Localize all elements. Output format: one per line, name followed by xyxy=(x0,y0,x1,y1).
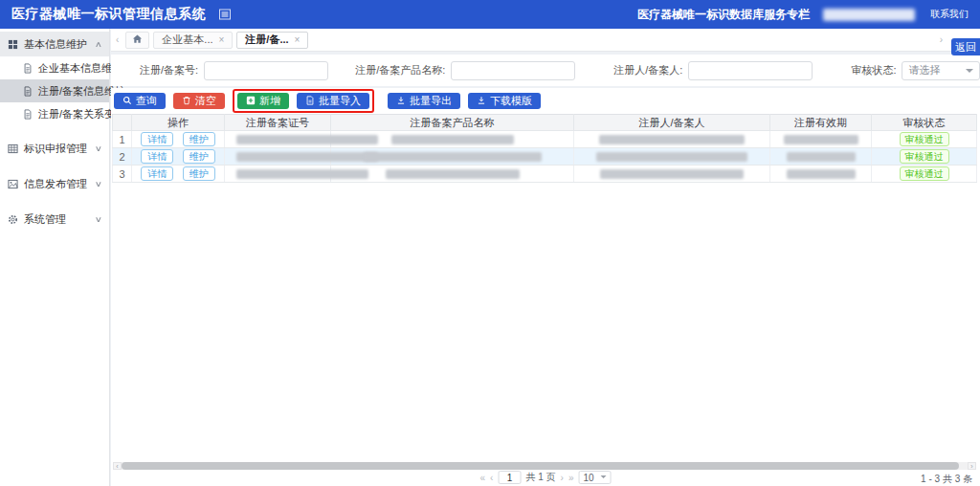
maintain-button[interactable]: 维护 xyxy=(183,132,215,146)
status-badge: 审核通过 xyxy=(900,132,949,146)
redacted-text xyxy=(596,152,747,162)
batch-import-button[interactable]: 批量导入 xyxy=(297,93,369,109)
plus-square-icon xyxy=(246,96,256,105)
query-button[interactable]: 查询 xyxy=(114,93,166,109)
table-row: 2 详情 维护 xyxy=(113,148,977,166)
sidebar: 基本信息维护 ∧ 企业基本信息维护 注册/备案信息维护 xyxy=(0,29,110,486)
total-pages-label: 共 1 页 xyxy=(525,471,555,484)
prev-page-icon[interactable]: ‹ xyxy=(490,473,493,483)
add-button[interactable]: 新增 xyxy=(237,93,289,109)
table-icon xyxy=(8,144,18,154)
row-operations: 详情 维护 xyxy=(132,148,225,166)
redacted-text xyxy=(599,135,745,144)
batch-export-button[interactable]: 批量导出 xyxy=(388,93,460,109)
document-icon xyxy=(23,86,33,97)
close-icon[interactable]: × xyxy=(219,34,225,45)
reg-no-input[interactable] xyxy=(204,61,328,80)
back-button[interactable]: 返回 xyxy=(951,38,980,55)
last-page-icon[interactable]: » xyxy=(568,473,574,483)
app-window: 医疗器械唯一标识管理信息系统 医疗器械唯一标识数据库服务专栏 联系我们 基本信息… xyxy=(0,0,980,486)
first-page-icon[interactable]: « xyxy=(480,473,486,483)
row-operations: 详情 维护 xyxy=(132,131,225,148)
redacted-text xyxy=(386,169,520,179)
registrant-cell xyxy=(574,131,770,148)
col-audit-status: 审核状态 xyxy=(872,115,977,131)
redacted-text xyxy=(784,135,858,144)
tab-company-basic[interactable]: 企业基本... × xyxy=(153,32,233,49)
tabs-scroll-left-icon[interactable]: ‹ xyxy=(111,34,123,45)
col-operation: 操作 xyxy=(132,115,225,131)
row-index: 3 xyxy=(113,166,132,183)
gear-icon xyxy=(8,214,18,225)
product-name-label: 注册/备案产品名称: xyxy=(355,63,445,77)
image-icon xyxy=(8,179,18,189)
detail-button[interactable]: 详情 xyxy=(141,149,173,164)
close-icon[interactable]: × xyxy=(295,34,301,45)
col-validity: 注册有效期 xyxy=(770,115,872,131)
chevron-up-icon: ∧ xyxy=(95,40,102,49)
sidebar-group-info-publish[interactable]: 信息发布管理 ∨ xyxy=(0,171,109,196)
sidebar-item-relation-change[interactable]: 注册/备案关系变更 xyxy=(0,102,109,125)
tab-bar: ‹ 企业基本... × 注册/备... × › xyxy=(111,29,980,52)
col-registrant: 注册人/备案人 xyxy=(574,115,770,131)
download-template-button[interactable]: 下载模版 xyxy=(468,93,541,109)
page-size-value: 10 xyxy=(583,473,593,483)
sidebar-collapse-icon[interactable] xyxy=(219,9,231,20)
sidebar-group-label-declare[interactable]: 标识申报管理 ∨ xyxy=(0,136,109,161)
chevron-down-icon: ∨ xyxy=(95,144,102,153)
download-icon xyxy=(396,96,406,105)
status-badge: 审核通过 xyxy=(900,149,949,164)
tab-home[interactable] xyxy=(125,32,149,49)
validity-cell xyxy=(770,148,872,166)
status-cell: 审核通过 xyxy=(872,148,977,166)
sidebar-item-registration-info[interactable]: 注册/备案信息维护 xyxy=(0,79,109,102)
cert-no-cell xyxy=(225,131,331,148)
chevron-down-icon xyxy=(966,69,973,77)
next-page-icon[interactable]: › xyxy=(561,473,564,483)
chevron-down-icon: ∨ xyxy=(95,180,102,188)
clear-button[interactable]: 清空 xyxy=(173,93,225,109)
reg-no-label: 注册/备案号: xyxy=(140,63,198,77)
red-annotation-box: 新增 批量导入 xyxy=(233,89,374,113)
contact-link[interactable]: 联系我们 xyxy=(930,8,969,21)
audit-status-value: 请选择 xyxy=(908,63,940,77)
status-badge: 审核通过 xyxy=(900,166,949,181)
product-name-input[interactable] xyxy=(451,61,575,80)
sidebar-group-label: 标识申报管理 xyxy=(24,142,87,156)
row-index: 2 xyxy=(113,148,132,166)
sidebar-group-basic-info[interactable]: 基本信息维护 ∧ xyxy=(0,32,109,56)
detail-button[interactable]: 详情 xyxy=(141,166,173,181)
page-number-input[interactable] xyxy=(498,471,521,484)
registrant-input[interactable] xyxy=(688,61,813,80)
scroll-right-icon[interactable]: › xyxy=(968,462,976,470)
scrollbar-track[interactable] xyxy=(122,462,968,470)
scroll-left-icon[interactable]: ‹ xyxy=(113,462,122,470)
col-cert-no: 注册备案证号 xyxy=(225,115,331,131)
content-area: ‹ 企业基本... × 注册/备... × › 返回 注册/备案号: xyxy=(111,29,980,486)
sidebar-group-label: 系统管理 xyxy=(24,212,66,227)
registrant-cell xyxy=(574,148,770,166)
toolbar: 查询 清空 新增 xyxy=(111,89,980,112)
trash-icon xyxy=(182,96,191,105)
cert-no-cell xyxy=(225,148,331,166)
row-index: 1 xyxy=(113,131,132,148)
record-range-label: 1 - 3 共 3 条 xyxy=(921,473,972,486)
document-icon xyxy=(23,109,33,120)
sidebar-group-system[interactable]: 系统管理 ∨ xyxy=(0,207,109,232)
validity-cell xyxy=(770,166,872,183)
tab-registration[interactable]: 注册/备... × xyxy=(236,32,308,49)
table-row: 1 详情 维护 xyxy=(113,131,977,148)
page-size-select[interactable]: 10 xyxy=(578,471,611,484)
sidebar-item-company-info[interactable]: 企业基本信息维护 xyxy=(0,56,109,79)
maintain-button[interactable]: 维护 xyxy=(183,149,215,164)
detail-button[interactable]: 详情 xyxy=(141,132,173,146)
tab-label: 注册/备... xyxy=(245,33,288,47)
tabs-scroll-right-icon[interactable]: › xyxy=(935,34,947,45)
cert-no-cell xyxy=(225,166,331,183)
maintain-button[interactable]: 维护 xyxy=(183,166,215,181)
horizontal-scrollbar: ‹ › xyxy=(113,462,976,470)
home-icon xyxy=(132,33,143,46)
scrollbar-thumb[interactable] xyxy=(122,462,959,470)
redacted-text xyxy=(600,169,744,179)
audit-status-select[interactable]: 请选择 xyxy=(902,61,980,80)
